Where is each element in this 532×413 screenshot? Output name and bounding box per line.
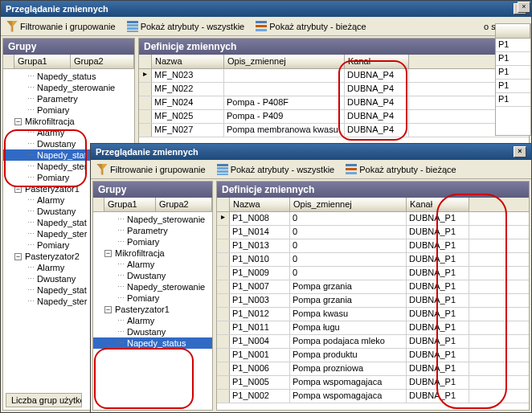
cell-nazwa: P1_N003 <box>230 294 290 307</box>
tree-item[interactable]: ⋯Parametry <box>93 225 212 236</box>
collapse-icon[interactable]: − <box>104 250 112 257</box>
cell-nazwa: MF_N025 <box>152 110 224 123</box>
tree-item[interactable]: ⋯Napedy_status <box>93 337 212 349</box>
row-selector[interactable] <box>217 376 230 389</box>
row-selector[interactable] <box>217 253 230 266</box>
collapse-icon[interactable]: − <box>14 253 22 260</box>
tree-item[interactable]: ⋯Napedy_sterowanie <box>93 214 212 225</box>
tree-item[interactable]: ⋯Alarmy <box>3 127 134 138</box>
attr-all-button[interactable]: Pokaż atrybuty - wszystkie <box>125 20 248 33</box>
col-opis[interactable]: Opis_zmiennej <box>224 55 345 68</box>
table-row[interactable]: P1_N006Pompa prozniowaDUBNA_P1 <box>217 362 529 376</box>
close-icon[interactable]: × <box>514 146 526 157</box>
col-grupa1[interactable]: Grupa1 <box>14 55 71 68</box>
row-selector[interactable] <box>217 226 230 239</box>
tree-group[interactable]: −Mikrofiltracja <box>93 247 212 259</box>
cell-opis: Pompa - P408F <box>224 96 345 109</box>
table-row[interactable]: MF_N025Pompa - P409DUBNA_P4 <box>139 110 529 124</box>
row-selector[interactable] <box>217 280 230 293</box>
row-selector[interactable] <box>217 321 230 334</box>
tree-group[interactable]: −Mikrofiltracja <box>3 116 134 127</box>
row-selector[interactable] <box>217 349 230 362</box>
front-titlebar[interactable]: Przeglądanie zmiennych × <box>91 144 531 160</box>
col-kanal[interactable]: Kanał <box>407 198 469 211</box>
cell-kanal: DUBNA_P1 <box>407 253 469 266</box>
table-row[interactable]: P1_N003Pompa grzaniaDUBNA_P1 <box>217 294 529 308</box>
row-selector[interactable] <box>217 362 230 375</box>
row-selector[interactable] <box>217 390 230 403</box>
row-selector[interactable] <box>139 96 152 109</box>
row-selector[interactable] <box>217 267 230 280</box>
table-row[interactable]: P1_N0130DUBNA_P1 <box>217 239 529 253</box>
row-selector[interactable]: ▸ <box>139 69 152 82</box>
tree-item[interactable]: ⋯Alarmy <box>93 259 212 270</box>
table-row[interactable]: ▸P1_N0080DUBNA_P1 <box>217 212 529 226</box>
table-row[interactable]: P1_N012Pompa kwasuDUBNA_P1 <box>217 308 529 321</box>
row-selector[interactable] <box>139 124 152 137</box>
table-row[interactable]: P1_N007Pompa grzaniaDUBNA_P1 <box>217 280 529 294</box>
table-row[interactable]: P1_N011Pompa ługuDUBNA_P1 <box>217 321 529 335</box>
cell-nazwa: MF_N024 <box>152 96 224 109</box>
table-row[interactable]: ▸MF_N023DUBNA_P4 <box>139 69 529 83</box>
defs-grid[interactable]: ▸P1_N0080DUBNA_P1P1_N0140DUBNA_P1P1_N013… <box>217 212 529 410</box>
row-selector[interactable] <box>217 294 230 307</box>
row-selector[interactable] <box>139 110 152 123</box>
table-row[interactable]: MF_N024Pompa - P408FDUBNA_P4 <box>139 96 529 110</box>
table-row[interactable]: P1_N0090DUBNA_P1 <box>217 267 529 280</box>
col-grupa2[interactable]: Grupa2 <box>156 198 212 211</box>
table-row[interactable]: P1_N0140DUBNA_P1 <box>217 226 529 239</box>
table-row[interactable]: P1_N004Pompa podajaca mlekoDUBNA_P1 <box>217 335 529 349</box>
edge-partial-pane: P1P1P1P1P1 <box>495 23 531 136</box>
attr-current-button[interactable]: Pokaż atrybuty - bieżące <box>253 20 368 33</box>
col-opis[interactable]: Opis_zmiennej <box>290 198 407 211</box>
col-kanal[interactable]: Kanał <box>345 55 409 68</box>
cell-opis: Pompa membranowa kwasu <box>224 124 345 137</box>
cell-nazwa: P1_N004 <box>230 335 290 348</box>
col-nazwa[interactable]: Nazwa <box>230 198 290 211</box>
table-row[interactable]: P1_N005Pompa wspomagajacaDUBNA_P1 <box>217 376 529 390</box>
tree-item[interactable]: ⋯Parametry <box>3 93 134 104</box>
cell-nazwa: MF_N023 <box>152 69 224 82</box>
cell-kanal: DUBNA_P1 <box>407 376 469 389</box>
close-icon[interactable]: × <box>518 2 530 13</box>
row-selector[interactable] <box>217 335 230 348</box>
row-selector[interactable] <box>139 83 152 96</box>
row-selector[interactable] <box>217 239 230 252</box>
attr-all-button[interactable]: Pokaż atrybuty - wszystkie <box>215 163 338 176</box>
cell-opis: 0 <box>290 226 407 239</box>
row-selector[interactable] <box>217 308 230 321</box>
tree-group[interactable]: −Pasteryzator1 <box>93 304 212 315</box>
tree-item[interactable]: ⋯Napedy_sterowanie <box>93 281 212 292</box>
tree-item[interactable]: ⋯Pomiary <box>93 292 212 304</box>
col-nazwa[interactable]: Nazwa <box>152 55 224 68</box>
tree-item[interactable]: ⋯Dwustany <box>93 326 212 337</box>
filter-group-button[interactable]: Filtrowanie i grupowanie <box>4 20 118 33</box>
tree-item[interactable]: ⋯Pomiary <box>3 104 134 116</box>
table-row[interactable]: P1_N001Pompa produktuDUBNA_P1 <box>217 349 529 362</box>
row-selector[interactable]: ▸ <box>217 212 230 225</box>
collapse-icon[interactable]: − <box>14 118 22 125</box>
filter-group-button[interactable]: Filtrowanie i grupowanie <box>94 163 208 176</box>
tree-item[interactable]: ⋯Napedy_status <box>3 71 134 82</box>
col-grupa2[interactable]: Grupa2 <box>71 55 134 68</box>
table-row[interactable]: P1_N002Pompa wspomagajacaDUBNA_P1 <box>217 390 529 403</box>
tree-item[interactable]: ⋯Napedy_sterowanie <box>3 82 134 93</box>
attr-current-label: Pokaż atrybuty - bieżące <box>359 165 456 174</box>
tree-item[interactable]: ⋯Pomiary <box>93 236 212 247</box>
tree-item[interactable]: ⋯Dwustany <box>93 270 212 281</box>
groups-tree[interactable]: ⋯Napedy_sterowanie⋯Parametry⋯Pomiary−Mik… <box>93 212 212 410</box>
cell-nazwa: P1_N010 <box>230 253 290 266</box>
table-row[interactable]: MF_N022DUBNA_P4 <box>139 83 529 96</box>
group-count-button[interactable]: Liczba grup użytkow <box>6 393 82 407</box>
tree-item[interactable]: ⋯Alarmy <box>93 315 212 326</box>
collapse-icon[interactable]: − <box>14 186 22 193</box>
cell-opis: Pompa wspomagajaca <box>290 390 407 403</box>
collapse-icon[interactable]: − <box>104 306 112 313</box>
back-titlebar[interactable]: Przeglądanie zmiennych × <box>1 1 531 17</box>
col-grupa1[interactable]: Grupa1 <box>104 198 156 211</box>
attr-current-button[interactable]: Pokaż atrybuty - bieżące <box>343 163 458 176</box>
table-row[interactable]: MF_N027Pompa membranowa kwasuDUBNA_P4 <box>139 124 529 137</box>
cell-nazwa: MF_N027 <box>152 124 224 137</box>
cell-nazwa: P1_N013 <box>230 239 290 252</box>
table-row[interactable]: P1_N0100DUBNA_P1 <box>217 253 529 267</box>
